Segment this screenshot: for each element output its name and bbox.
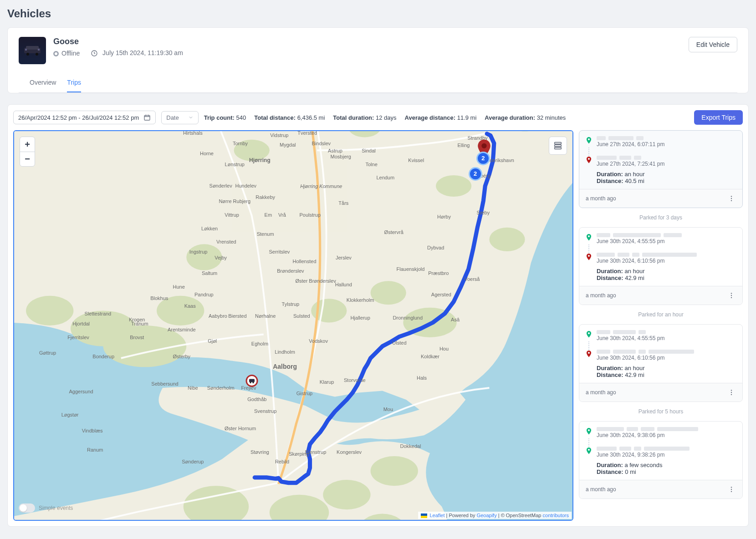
zoom-out-button[interactable]: − xyxy=(20,152,35,166)
end-address-placeholder xyxy=(597,350,736,354)
end-pin-icon xyxy=(586,350,592,360)
end-address-placeholder xyxy=(597,156,736,160)
tab-overview[interactable]: Overview xyxy=(30,75,56,92)
trip-more-button[interactable] xyxy=(727,291,736,300)
status-dot-icon xyxy=(53,51,59,56)
trip-relative-time: a month ago xyxy=(586,486,616,493)
trip-end-time: June 30th 2024, 9:38:26 pm xyxy=(597,452,736,458)
vehicle-last-seen: July 15th 2024, 11:19:30 am xyxy=(91,49,183,57)
svg-point-18 xyxy=(371,281,406,305)
duration-value: an hour xyxy=(624,365,644,371)
page-title: Vehicles xyxy=(7,7,749,20)
svg-rect-7 xyxy=(144,115,150,120)
route-connector-icon xyxy=(588,341,589,350)
export-trips-button[interactable]: Export Trips xyxy=(694,110,743,125)
svg-point-36 xyxy=(588,138,590,140)
distance-value: 40.5 mi xyxy=(625,178,644,184)
zoom-controls: + − xyxy=(20,137,35,167)
distance-label: Distance: xyxy=(597,275,623,281)
trip-card[interactable]: June 30th 2024, 4:55:55 pm June 30th 202… xyxy=(579,324,743,402)
parked-divider: Parked for 5 hours xyxy=(579,407,743,417)
trip-stats-summary: Trip count: 540 Total distance: 6,436.5 … xyxy=(204,114,566,121)
svg-point-50 xyxy=(731,394,732,395)
trip-more-button[interactable] xyxy=(727,485,736,494)
svg-point-46 xyxy=(588,332,590,334)
trip-map[interactable]: AalborgHjørringHirtshalsVidstrupTornbyBi… xyxy=(13,130,573,521)
trips-panel: 26/Apr/2024 12:52 pm - 26/Jul/2024 12:52… xyxy=(7,104,749,527)
svg-point-31 xyxy=(250,382,251,383)
tab-trips[interactable]: Trips xyxy=(67,75,81,92)
distance-value: 42.9 mi xyxy=(625,275,644,281)
trip-start-time: June 30th 2024, 9:38:06 pm xyxy=(597,432,736,438)
trip-more-button[interactable] xyxy=(727,194,736,203)
start-address-placeholder xyxy=(597,136,736,140)
distance-label: Distance: xyxy=(597,178,623,184)
distance-value: 42.9 mi xyxy=(625,371,644,378)
trip-card[interactable]: June 30th 2024, 4:55:55 pm June 30th 202… xyxy=(579,227,743,305)
parked-divider: Parked for an hour xyxy=(579,310,743,320)
date-granularity-select[interactable]: Date xyxy=(161,111,198,124)
clock-icon xyxy=(91,50,98,57)
svg-point-45 xyxy=(731,297,732,298)
svg-point-12 xyxy=(186,244,222,270)
route-connector-icon xyxy=(588,147,589,156)
leaflet-link[interactable]: Leaflet xyxy=(429,513,444,518)
svg-point-52 xyxy=(588,449,590,451)
svg-point-48 xyxy=(731,390,732,391)
svg-point-51 xyxy=(588,429,590,431)
distance-label: Distance: xyxy=(597,371,623,378)
start-pin-icon xyxy=(586,330,592,341)
edit-vehicle-button[interactable]: Edit Vehicle xyxy=(689,37,737,52)
end-pin-icon xyxy=(586,447,592,457)
svg-point-3 xyxy=(36,53,38,56)
trip-end-time: June 30th 2024, 6:10:56 pm xyxy=(597,258,736,264)
svg-rect-33 xyxy=(555,142,562,144)
svg-point-28 xyxy=(482,143,487,148)
svg-rect-4 xyxy=(25,49,27,51)
svg-point-54 xyxy=(731,489,732,490)
start-address-placeholder xyxy=(597,330,736,334)
duration-value: an hour xyxy=(624,268,644,275)
parked-divider: Parked for 3 days xyxy=(579,213,743,223)
svg-point-32 xyxy=(253,382,254,383)
svg-rect-35 xyxy=(555,147,562,149)
cluster-marker-1[interactable]: 2 xyxy=(476,152,490,165)
trip-relative-time: a month ago xyxy=(586,195,616,202)
duration-label: Duration: xyxy=(597,462,623,468)
ukraine-flag-icon xyxy=(421,514,427,518)
zoom-in-button[interactable]: + xyxy=(20,137,35,152)
vehicle-card: Goose Offline July 15th 2024, 11:19:30 a… xyxy=(7,27,749,93)
trip-card[interactable]: June 27th 2024, 6:07:11 pm June 27th 202… xyxy=(579,130,743,208)
svg-point-53 xyxy=(731,487,732,488)
svg-point-38 xyxy=(731,196,732,197)
trip-card[interactable]: June 30th 2024, 9:38:06 pm June 30th 202… xyxy=(579,421,743,499)
vehicle-status: Offline xyxy=(53,50,80,57)
simple-events-toggle[interactable] xyxy=(19,503,35,513)
svg-rect-1 xyxy=(26,46,39,50)
start-pin-icon xyxy=(586,427,592,437)
simple-events-label: Simple events xyxy=(39,505,73,511)
svg-point-2 xyxy=(26,53,29,56)
svg-point-44 xyxy=(731,295,732,296)
vehicle-thumbnail xyxy=(19,37,46,64)
geoapify-link[interactable]: Geoapify xyxy=(477,513,497,518)
svg-point-23 xyxy=(371,456,418,486)
trip-start-time: June 30th 2024, 4:55:55 pm xyxy=(597,335,736,341)
start-pin-icon xyxy=(586,233,592,244)
osm-link[interactable]: contributors xyxy=(543,513,569,518)
layers-icon xyxy=(553,141,563,151)
duration-label: Duration: xyxy=(597,365,623,371)
start-address-placeholder xyxy=(597,427,736,431)
duration-value: an hour xyxy=(624,171,644,178)
trip-start-time: June 30th 2024, 4:55:55 pm xyxy=(597,238,736,244)
layers-button[interactable] xyxy=(549,137,567,155)
route-connector-icon xyxy=(588,244,589,253)
vehicle-marker-icon[interactable] xyxy=(245,374,259,389)
trip-more-button[interactable] xyxy=(727,388,736,397)
end-address-placeholder xyxy=(597,447,736,451)
end-address-placeholder xyxy=(597,253,736,257)
distance-label: Distance: xyxy=(597,468,623,475)
date-range-picker[interactable]: 26/Apr/2024 12:52 pm - 26/Jul/2024 12:52… xyxy=(13,111,156,124)
map-attribution: Leaflet | Powered by Geoapify | © OpenSt… xyxy=(418,512,572,519)
cluster-marker-2[interactable]: 2 xyxy=(469,167,482,181)
